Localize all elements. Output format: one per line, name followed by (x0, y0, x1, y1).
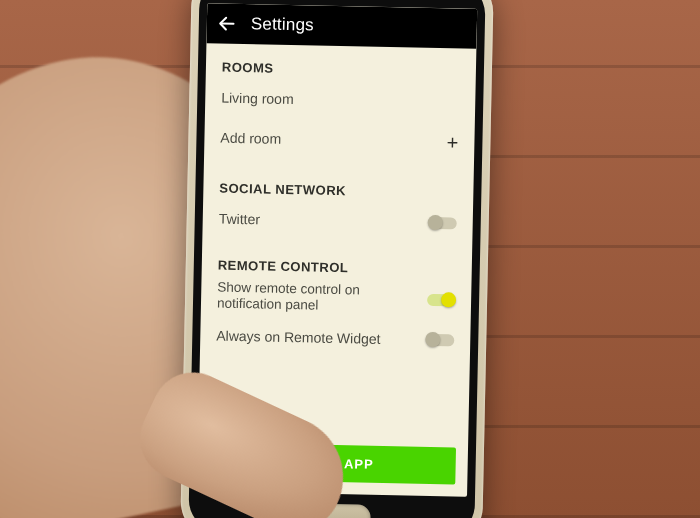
twitter-row[interactable]: Twitter (218, 202, 457, 241)
add-room-row[interactable]: Add room + (220, 121, 459, 160)
room-row-living-room[interactable]: Living room (221, 81, 460, 120)
plus-icon: + (447, 132, 459, 152)
always-remote-label: Always on Remote Widget (216, 327, 381, 347)
section-header-social: SOCIAL NETWORK (219, 181, 457, 201)
back-arrow-icon[interactable] (217, 13, 237, 33)
show-remote-row[interactable]: Show remote control on notification pane… (217, 279, 456, 318)
section-header-rooms: ROOMS (222, 60, 460, 80)
appbar-title: Settings (251, 14, 314, 35)
twitter-label: Twitter (219, 210, 261, 228)
add-room-label: Add room (220, 129, 281, 147)
twitter-toggle[interactable] (429, 217, 457, 230)
room-label: Living room (221, 89, 294, 107)
app-bar: Settings (206, 3, 477, 49)
show-remote-toggle[interactable] (427, 294, 455, 307)
settings-list: ROOMS Living room Add room + SOCIAL NETW… (198, 43, 476, 438)
show-remote-label: Show remote control on notification pane… (217, 280, 388, 315)
always-remote-row[interactable]: Always on Remote Widget (216, 320, 455, 355)
section-header-remote: REMOTE CONTROL (218, 258, 456, 278)
always-remote-toggle[interactable] (426, 334, 454, 347)
